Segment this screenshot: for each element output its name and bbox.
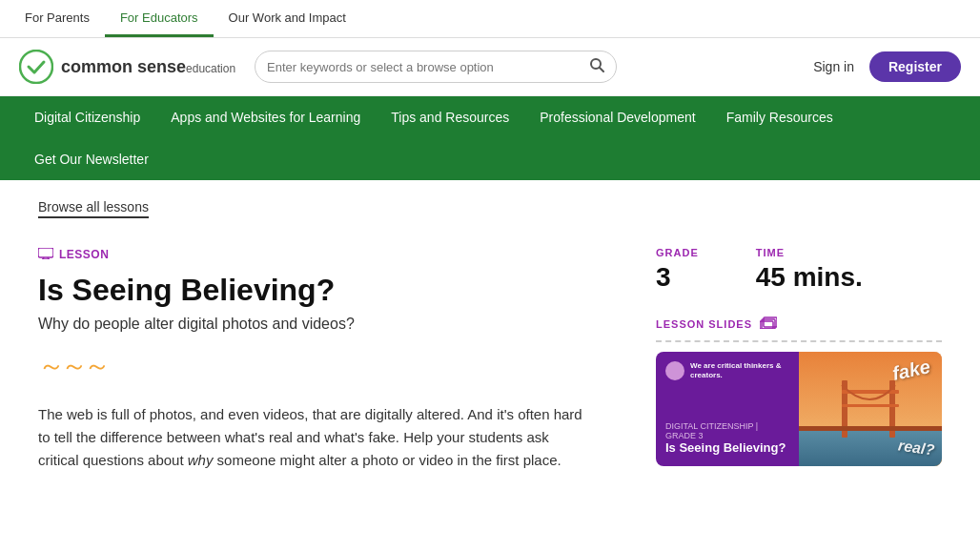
browse-all-lessons-link[interactable]: Browse all lessons: [38, 199, 149, 218]
search-bar: [255, 51, 617, 83]
time-value: 45 mins.: [756, 262, 863, 293]
top-nav: For Parents For Educators Our Work and I…: [0, 0, 980, 38]
lesson-left: LESSON Is Seeing Believing? Why do peopl…: [38, 247, 618, 472]
logo-text: common senseeducation: [61, 57, 235, 77]
slides-icon: [760, 316, 777, 333]
lesson-tag-icon: [38, 247, 53, 262]
lesson-right: GRADE 3 TIME 45 mins. LESSON SLIDES: [656, 247, 942, 472]
green-nav-row2: Get Our Newsletter: [19, 138, 961, 180]
search-button[interactable]: [589, 57, 604, 76]
main-content: Browse all lessons LESSON Is Seeing Beli…: [0, 180, 980, 491]
slide-tagline: We are critical thinkers & creators.: [690, 361, 789, 379]
svg-rect-15: [842, 404, 899, 407]
lesson-slides-header: LESSON SLIDES: [656, 316, 942, 342]
slide-right-panel: fake real?: [799, 352, 942, 466]
slide-bg: fake real?: [799, 352, 942, 466]
green-nav-row1: Digital Citizenship Apps and Websites fo…: [19, 96, 961, 138]
lesson-subtitle: Why do people alter digital photos and v…: [38, 316, 618, 333]
lesson-title: Is Seeing Believing?: [38, 272, 618, 308]
svg-rect-3: [38, 248, 53, 257]
wave-divider: ～～～: [38, 348, 618, 384]
time-meta: TIME 45 mins.: [756, 247, 863, 293]
monitor-icon: [38, 248, 53, 259]
header-actions: Sign in Register: [813, 51, 961, 82]
grade-value: 3: [656, 262, 699, 293]
grade-label: GRADE: [656, 247, 699, 258]
lesson-slides-preview[interactable]: We are critical thinkers & creators. DIG…: [656, 352, 942, 466]
lesson-detail: LESSON Is Seeing Believing? Why do peopl…: [38, 247, 942, 472]
slide-logo-circle: [665, 361, 684, 380]
site-header: common senseeducation Sign in Register: [0, 38, 980, 96]
top-nav-our-work[interactable]: Our Work and Impact: [214, 0, 361, 37]
grade-meta: GRADE 3: [656, 247, 699, 293]
slide-top: We are critical thinkers & creators.: [665, 361, 789, 380]
green-nav-family-resources[interactable]: Family Resources: [711, 96, 848, 138]
green-nav-tips-resources[interactable]: Tips and Resources: [376, 96, 524, 138]
slide-left-panel: We are critical thinkers & creators. DIG…: [656, 352, 799, 466]
svg-point-0: [20, 51, 52, 83]
green-nav: Digital Citizenship Apps and Websites fo…: [0, 96, 980, 180]
green-nav-professional-dev[interactable]: Professional Development: [524, 96, 710, 138]
lesson-tag: LESSON: [38, 247, 618, 262]
green-nav-apps-websites[interactable]: Apps and Websites for Learning: [155, 96, 376, 138]
svg-line-2: [600, 68, 603, 71]
logo[interactable]: common senseeducation: [19, 50, 235, 84]
slide-title: Is Seeing Believing?: [665, 440, 789, 457]
lesson-body-emphasis: why: [188, 452, 214, 468]
search-input[interactable]: [267, 60, 589, 74]
sign-in-link[interactable]: Sign in: [813, 59, 854, 74]
lesson-tag-label: LESSON: [59, 248, 109, 261]
green-nav-digital-citizenship[interactable]: Digital Citizenship: [19, 96, 155, 138]
logo-icon: [19, 50, 53, 84]
lesson-meta: GRADE 3 TIME 45 mins.: [656, 247, 942, 293]
top-nav-for-parents[interactable]: For Parents: [10, 0, 105, 37]
time-label: TIME: [756, 247, 863, 258]
lesson-body: The web is full of photos, and even vide…: [38, 403, 591, 472]
slide-content-label: DIGITAL CITIZENSHIP | GRADE 3: [665, 421, 789, 440]
lesson-slides-label-text: LESSON SLIDES: [656, 318, 752, 330]
svg-rect-16: [799, 426, 942, 431]
top-nav-for-educators[interactable]: For Educators: [105, 0, 214, 37]
search-icon: [589, 57, 604, 72]
green-nav-newsletter[interactable]: Get Our Newsletter: [19, 138, 164, 180]
layers-icon: [760, 316, 777, 329]
register-button[interactable]: Register: [869, 51, 961, 82]
